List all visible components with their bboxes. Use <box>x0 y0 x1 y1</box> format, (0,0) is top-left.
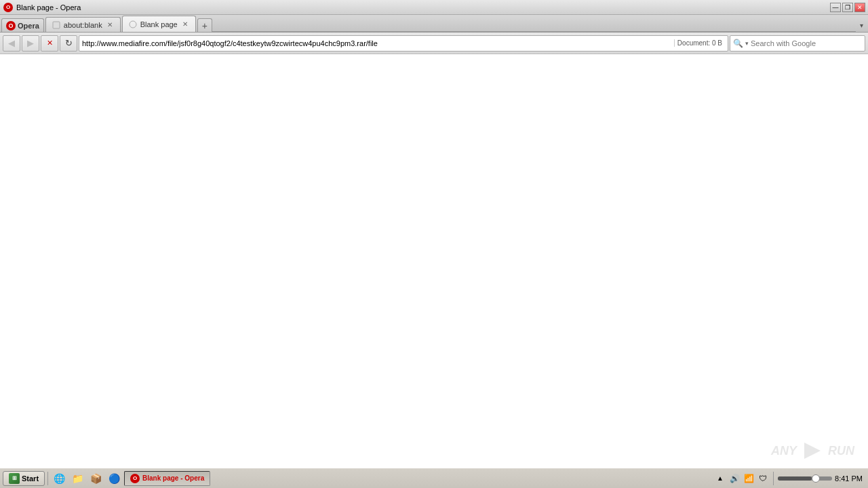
tab-bar-fill <box>212 31 856 32</box>
opera-title-icon: O <box>3 2 14 13</box>
clock: 8:41 PM <box>835 474 863 483</box>
tab1-icon <box>52 20 61 30</box>
watermark-play-icon <box>802 441 823 461</box>
opera-menu-label: Opera <box>18 22 39 30</box>
document-info: Document: 0 B <box>674 39 725 47</box>
start-icon: ⊞ <box>9 473 20 484</box>
refresh-icon: ↻ <box>65 38 73 48</box>
opera-logo-menu-icon: O <box>6 21 16 30</box>
tab1-label: about:blank <box>64 21 102 29</box>
window-title: Blank page - Opera <box>16 3 81 12</box>
watermark-text1: ANY <box>771 444 797 458</box>
tab2-icon <box>128 20 138 29</box>
tab-about-blank[interactable]: about:blank ✕ <box>45 17 121 32</box>
title-bar-left: O Blank page - Opera <box>3 2 81 13</box>
tray-network-icon: 📶 <box>743 472 755 485</box>
volume-level <box>778 476 812 481</box>
stop-icon: ✕ <box>47 39 53 47</box>
taskbar-apps: 🌐 📁 📦 🔵 O Blank page - Opera <box>51 471 711 486</box>
nav-bar: ◀ ▶ ✕ ↻ Document: 0 B 🔍 ▾ <box>0 33 868 54</box>
search-icon: 🔍 <box>733 39 743 48</box>
forward-button[interactable]: ▶ <box>22 35 39 52</box>
taskbar-opera-logo: O <box>130 474 140 483</box>
title-bar: O Blank page - Opera — ❐ ✕ <box>0 0 868 15</box>
taskbar-right: ▲ 🔊 📶 🛡 8:41 PM <box>712 472 865 485</box>
back-icon: ◀ <box>8 38 15 48</box>
start-button[interactable]: ⊞ Start <box>3 471 45 486</box>
tray-speaker-icon: 🔊 <box>728 472 741 485</box>
new-tab-button[interactable]: + <box>197 18 212 32</box>
tray-scroll-icon[interactable]: ▲ <box>715 473 726 484</box>
document-label: Document: <box>677 39 712 47</box>
tab1-close-button[interactable]: ✕ <box>105 20 115 30</box>
svg-point-1 <box>130 21 136 28</box>
tab2-close-button[interactable]: ✕ <box>180 20 190 29</box>
watermark-text2: RUN <box>828 444 854 458</box>
svg-marker-2 <box>804 443 821 459</box>
stop-button[interactable]: ✕ <box>41 35 58 52</box>
document-size: 0 B <box>712 39 722 47</box>
start-label: Start <box>22 474 39 483</box>
main-content <box>0 54 868 468</box>
window-controls[interactable]: — ❐ ✕ <box>830 3 865 12</box>
minimize-button[interactable]: — <box>830 3 841 12</box>
taskbar-folder-icon[interactable]: 📁 <box>69 471 85 486</box>
taskbar-ie-icon[interactable]: 🌐 <box>51 471 67 486</box>
svg-rect-0 <box>53 22 60 28</box>
restore-button[interactable]: ❐ <box>842 3 853 12</box>
taskbar-opera-window[interactable]: O Blank page - Opera <box>124 471 210 486</box>
taskbar-chrome-icon[interactable]: 🔵 <box>106 471 122 486</box>
tab2-label: Blank page <box>140 20 178 28</box>
opera-logo-icon: O <box>3 3 13 12</box>
watermark: ANY RUN <box>771 441 854 461</box>
system-tray: 🔊 📶 🛡 <box>728 472 769 485</box>
volume-thumb[interactable] <box>812 474 820 483</box>
search-dropdown-button[interactable]: ▾ <box>745 40 749 47</box>
tab-bar: O Opera about:blank ✕ Blank page ✕ + ▾ <box>0 15 868 33</box>
taskbar-active-label: Blank page - Opera <box>142 474 204 482</box>
taskbar-clock-area: 8:41 PM <box>778 474 863 483</box>
close-button[interactable]: ✕ <box>854 3 865 12</box>
tab-blank-page[interactable]: Blank page ✕ <box>122 16 196 32</box>
tray-taskbar-icon3: 🛡 <box>757 472 769 485</box>
search-input[interactable] <box>751 39 862 47</box>
tray-clock-divider <box>773 472 774 485</box>
opera-menu-button[interactable]: O Opera <box>1 18 44 32</box>
tab-scroll-button[interactable]: ▾ <box>856 18 867 32</box>
address-input[interactable] <box>82 39 674 47</box>
back-button[interactable]: ◀ <box>3 35 20 52</box>
taskbar-divider <box>47 472 48 485</box>
volume-bar[interactable] <box>778 476 832 481</box>
search-bar-container: 🔍 ▾ <box>730 35 865 52</box>
forward-icon: ▶ <box>27 38 34 48</box>
taskbar-app-icon[interactable]: 📦 <box>87 471 104 486</box>
refresh-button[interactable]: ↻ <box>60 35 77 52</box>
address-bar-container: Document: 0 B <box>79 35 728 52</box>
taskbar: ⊞ Start 🌐 📁 📦 🔵 O Blank page - Opera ▲ 🔊… <box>0 468 868 488</box>
